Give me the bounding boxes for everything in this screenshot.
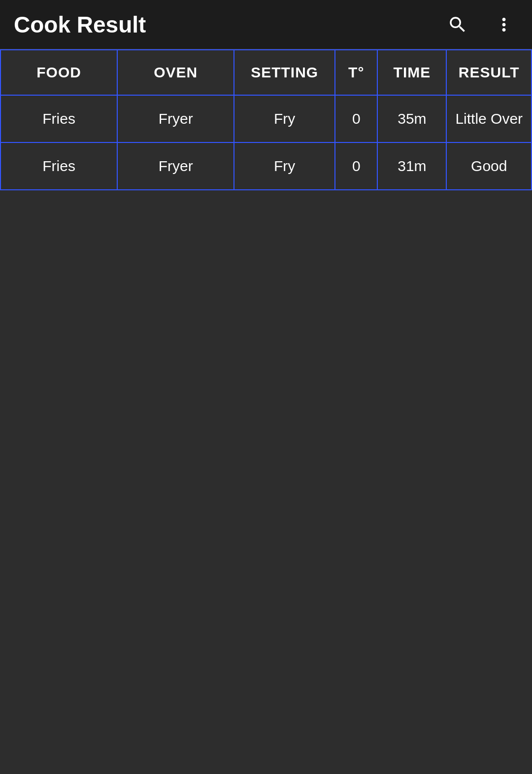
cell-food-1: Fries	[0, 95, 117, 142]
cell-time-2: 31m	[377, 142, 446, 190]
app-bar-icons	[443, 10, 518, 39]
table-container: FOOD OVEN SETTING T° TIME RESULT Fries F…	[0, 49, 532, 190]
more-options-icon	[494, 14, 514, 35]
cook-result-table: FOOD OVEN SETTING T° TIME RESULT Fries F…	[0, 49, 532, 190]
col-header-result: RESULT	[446, 50, 532, 95]
cell-result-2: Good	[446, 142, 532, 190]
cell-oven-2: Fryer	[117, 142, 234, 190]
cell-food-2: Fries	[0, 142, 117, 190]
cell-setting-1: Fry	[234, 95, 335, 142]
cell-temp-2: 0	[335, 142, 377, 190]
cell-time-1: 35m	[377, 95, 446, 142]
cell-setting-2: Fry	[234, 142, 335, 190]
table-row: Fries Fryer Fry 0 31m Good	[0, 142, 532, 190]
col-header-setting: SETTING	[234, 50, 335, 95]
col-header-time: TIME	[377, 50, 446, 95]
cell-temp-1: 0	[335, 95, 377, 142]
cell-oven-1: Fryer	[117, 95, 234, 142]
cell-result-1: Little Over	[446, 95, 532, 142]
more-options-button[interactable]	[490, 10, 518, 39]
table-header: FOOD OVEN SETTING T° TIME RESULT	[0, 50, 532, 95]
table-row: Fries Fryer Fry 0 35m Little Over	[0, 95, 532, 142]
page-title: Cook Result	[14, 11, 443, 38]
table-body: Fries Fryer Fry 0 35m Little Over Fries …	[0, 95, 532, 190]
col-header-food: FOOD	[0, 50, 117, 95]
header-row: FOOD OVEN SETTING T° TIME RESULT	[0, 50, 532, 95]
search-button[interactable]	[443, 10, 472, 39]
search-icon	[447, 14, 468, 35]
app-bar: Cook Result	[0, 0, 532, 49]
col-header-temp: T°	[335, 50, 377, 95]
col-header-oven: OVEN	[117, 50, 234, 95]
